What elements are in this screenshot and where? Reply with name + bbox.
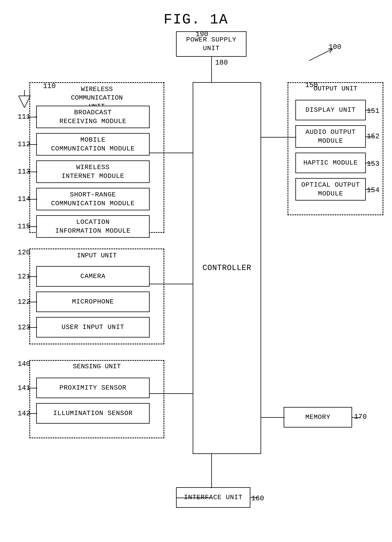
optical-output-label: OPTICAL OUTPUT MODULE [301,181,360,198]
audio-output-box: AUDIO OUTPUT MODULE [295,125,366,148]
conn-141 [27,388,37,388]
conn-121 [27,276,37,277]
sensing-unit-label: SENSING UNIT [73,363,121,370]
controller-label: CONTROLLER [203,263,251,273]
wireless-internet-box: WIRELESS INTERNET MODULE [36,160,150,183]
power-supply-box: POWER SUPPLY UNIT [176,31,247,57]
short-range-label: SHORT-RANGE COMMUNICATION MODULE [51,190,135,208]
broadcast-receiving-box: BROADCAST RECEIVING MODULE [36,106,150,128]
conn-153 [366,163,374,163]
haptic-module-label: HAPTIC MODULE [303,158,358,167]
short-range-box: SHORT-RANGE COMMUNICATION MODULE [36,188,150,210]
ref-151: 151 [367,107,380,115]
user-input-label: USER INPUT UNIT [61,323,124,331]
conn-151 [366,110,374,111]
ref-170: 170 [354,413,367,421]
broadcast-receiving-label: BROADCAST RECEIVING MODULE [59,108,126,125]
input-unit-label: INPUT UNIT [77,251,117,260]
conn-controller-interface-v [211,454,212,488]
ref-154: 154 [367,186,380,194]
conn-controller-memory [261,417,285,418]
mobile-comm-label: MOBILE COMMUNICATION MODULE [51,136,135,153]
illumination-sensor-label: ILLUMINATION SENSOR [53,409,133,417]
ref-190: 190 [196,30,208,38]
ref-100-arrow [305,47,336,63]
svg-line-0 [309,49,333,61]
ref-110: 110 [43,82,56,90]
conn-115 [27,226,37,227]
conn-power-controller-v [211,57,212,83]
conn-170 [352,417,360,418]
optical-output-box: OPTICAL OUTPUT MODULE [295,178,366,201]
microphone-box: MICROPHONE [36,292,150,312]
sensing-unit-box: SENSING UNIT [29,360,164,438]
conn-154 [366,189,374,190]
audio-output-label: AUDIO OUTPUT MODULE [306,128,356,145]
conn-114 [27,199,37,200]
illumination-sensor-box: ILLUMINATION SENSOR [36,403,150,424]
conn-controller-output [261,137,296,138]
svg-line-3 [19,96,24,108]
mobile-comm-box: MOBILE COMMUNICATION MODULE [36,133,150,156]
controller-box: CONTROLLER [193,82,261,454]
output-unit-label: OUTPUT UNIT [314,85,357,92]
microphone-label: MICROPHONE [72,298,114,306]
conn-112 [27,144,37,145]
tick-111 [36,116,37,117]
conn-122 [27,302,37,302]
memory-box: MEMORY [284,407,352,428]
user-input-box: USER INPUT UNIT [36,317,150,337]
display-unit-label: DISPLAY UNIT [306,106,356,114]
diagram: FIG. 1A 100 WIRELESS COMMUNICATION UNIT … [0,0,392,542]
ref-160: 160 [251,494,264,503]
location-info-label: LOCATION INFORMATION MODULE [55,218,130,235]
camera-box: CAMERA [36,266,150,287]
conn-113 [27,172,37,172]
display-unit-box: DISPLAY UNIT [295,100,366,120]
wireless-internet-label: WIRELESS INTERNET MODULE [61,163,124,180]
conn-142 [27,413,37,414]
ref-140: 140 [18,360,30,368]
ref-180: 180 [215,59,228,67]
haptic-module-box: HAPTIC MODULE [295,153,366,173]
conn-input-controller [150,284,193,284]
ref-120: 120 [18,249,30,256]
fig-title: FIG. 1A [164,12,228,28]
memory-label: MEMORY [305,413,330,422]
conn-sensing-controller [150,393,193,394]
proximity-sensor-box: PROXIMITY SENSOR [36,378,150,398]
conn-wireless-controller [150,153,193,153]
location-info-box: LOCATION INFORMATION MODULE [36,215,150,238]
conn-160 [250,497,258,498]
proximity-sensor-label: PROXIMITY SENSOR [59,384,126,392]
conn-controller-interface-h [176,498,212,498]
conn-123 [27,327,37,328]
power-supply-label: POWER SUPPLY UNIT [186,35,236,53]
camera-label: CAMERA [81,272,105,281]
conn-152 [366,136,374,137]
ref-153: 153 [367,160,380,168]
ref-150: 150 [305,81,318,89]
